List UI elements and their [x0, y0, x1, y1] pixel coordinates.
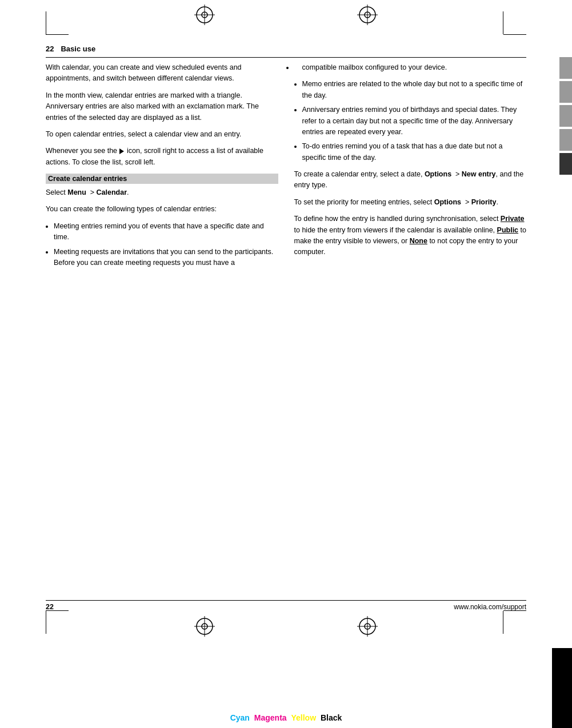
priority-para: To set the priority for meeting entries,… — [294, 197, 527, 208]
right-column: compatible mailbox configured to your de… — [294, 62, 527, 274]
bullet-anniversary: Anniversary entries remind you of birthd… — [302, 104, 527, 138]
two-column-layout: With calendar, you can create and view s… — [46, 62, 526, 274]
page-header: 22 Basic use — [46, 45, 526, 54]
bullet-memo: Memo entries are related to the whole da… — [302, 79, 527, 101]
reg-mark-bottom-left — [194, 616, 215, 637]
left-column: With calendar, you can create and view s… — [46, 62, 278, 274]
new-entry-bold: New entry — [462, 170, 496, 178]
corner-line-tl-h — [46, 34, 69, 35]
header-section-title: Basic use — [61, 45, 95, 53]
cmyk-bar: Cyan Magenta Yellow Black — [230, 713, 342, 722]
entry-types-list: Meeting entries remind you of events tha… — [54, 221, 278, 269]
arrow-icon — [119, 148, 124, 154]
priority-bold: Priority — [471, 198, 497, 206]
reg-mark-bottom-right — [357, 616, 378, 637]
cmyk-space1 — [251, 713, 253, 722]
content-area: 22 Basic use With calendar, you can crea… — [46, 45, 526, 614]
side-tab-2 — [559, 81, 572, 103]
corner-line-tr-v — [503, 11, 503, 34]
reg-mark-top-right — [357, 5, 378, 25]
calendar-bold: Calendar — [97, 188, 127, 196]
header-page-number: 22 — [46, 45, 54, 53]
types-intro: You can create the following types of ca… — [46, 204, 278, 215]
bullet-meeting-requests: Meeting requests are invitations that yo… — [54, 247, 278, 269]
cmyk-space3 — [317, 713, 319, 722]
side-tab-1 — [559, 57, 572, 79]
intro-para3: To open calendar entries, select a calen… — [46, 129, 278, 140]
corner-line-bl-v — [46, 611, 46, 634]
select-menu-para: Select Menu > Calendar. — [46, 187, 278, 198]
private-bold: Private — [501, 215, 525, 223]
footer-url: www.nokia.com/support — [454, 603, 526, 611]
reg-mark-top-left — [194, 5, 215, 25]
public-bold: Public — [497, 226, 519, 234]
cmyk-yellow: Yellow — [291, 713, 316, 722]
cmyk-black: Black — [321, 713, 342, 722]
page-footer: 22 www.nokia.com/support — [46, 600, 526, 611]
menu-bold: Menu — [67, 188, 86, 196]
page-container: 22 Basic use With calendar, you can crea… — [0, 0, 572, 728]
cmyk-magenta: Magenta — [254, 713, 287, 722]
corner-line-br-v — [503, 611, 503, 634]
icon-para: Whenever you see the icon, scroll right … — [46, 146, 278, 168]
options-bold-2: Options — [434, 198, 461, 206]
none-bold: None — [410, 237, 427, 245]
side-tabs — [559, 57, 572, 175]
entry-types-list-continued: compatible mailbox configured to your de… — [294, 62, 527, 73]
entry-types-list-right: Memo entries are related to the whole da… — [302, 79, 527, 163]
bullet-meeting-entries: Meeting entries remind you of events tha… — [54, 221, 278, 243]
black-square — [552, 648, 572, 728]
footer-page-number: 22 — [46, 603, 54, 611]
cmyk-cyan: Cyan — [230, 713, 250, 722]
create-entry-para: To create a calendar entry, select a dat… — [294, 169, 527, 191]
side-tab-4 — [559, 129, 572, 151]
sync-para: To define how the entry is handled durin… — [294, 214, 527, 258]
bullet-todo: To-do entries remind you of a task that … — [302, 141, 527, 163]
corner-line-bl-h — [46, 610, 69, 611]
intro-para2: In the month view, calendar entries are … — [46, 90, 278, 123]
bullet-continuation: compatible mailbox configured to your de… — [294, 62, 527, 73]
options-bold-1: Options — [425, 170, 451, 178]
corner-line-tr-h — [503, 34, 526, 35]
side-tab-3 — [559, 105, 572, 127]
corner-line-br-h — [503, 610, 526, 611]
side-tab-5 — [559, 153, 572, 175]
section-heading: Create calendar entries — [46, 174, 278, 184]
intro-para1: With calendar, you can create and view s… — [46, 62, 278, 85]
cmyk-space2 — [288, 713, 290, 722]
corner-line-tl-v — [46, 11, 46, 34]
